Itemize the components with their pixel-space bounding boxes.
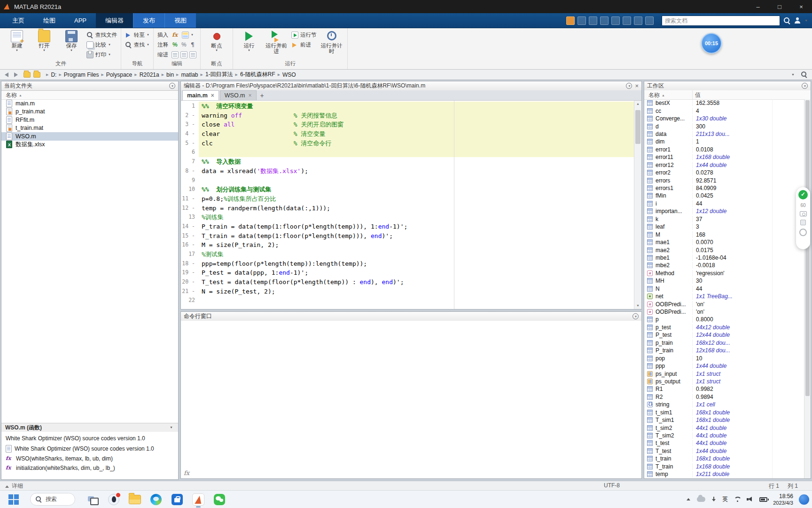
back-icon[interactable] (4, 71, 10, 78)
taskbar-clock[interactable]: 18:56 2023/4/3 (773, 493, 793, 506)
code-line[interactable]: 12 -temp = randperm(length(data(:,1))); (181, 204, 634, 213)
code-line[interactable]: 21 -N = size(P_test, 2); (181, 287, 634, 296)
workspace-variable[interactable]: Converge...1x30 double (644, 115, 804, 122)
workspace-variable[interactable]: dim1 (644, 138, 804, 145)
start-button[interactable] (8, 493, 20, 506)
ribbon-tab-view[interactable]: 视图 (164, 13, 196, 28)
ribbon-tab-apps[interactable]: APP (65, 13, 96, 28)
workspace-variable[interactable]: P_test12x44 double (644, 331, 804, 339)
breadcrumb-segment[interactable]: Polyspace (106, 71, 132, 78)
scroll-down-icon[interactable]: ▼ (634, 302, 641, 309)
file-item[interactable]: t_train.mat (1, 124, 178, 133)
copy-icon[interactable] (600, 16, 609, 25)
workspace-variable[interactable]: R10.9982 (644, 385, 804, 393)
code-line[interactable]: 9 (181, 176, 634, 185)
code-line[interactable]: 20 -T_test = data(temp(floor(p*length(te… (181, 278, 634, 287)
breadcrumb-segment[interactable]: matlab (181, 71, 198, 78)
workspace-variable[interactable]: i44 (644, 200, 804, 207)
taskbar-file-explorer[interactable] (128, 492, 142, 507)
find-files-button[interactable]: 查找文件 (86, 31, 117, 39)
code-line[interactable]: 4 -clear % 清空变量 (181, 129, 634, 139)
workspace-variable[interactable]: temp1x211 double (644, 470, 804, 478)
run-time-button[interactable]: 运行并计时 (319, 29, 344, 54)
workspace-variable[interactable]: cc4 (644, 107, 804, 114)
doc-search-input[interactable] (662, 16, 780, 26)
new-tab-button[interactable]: + (258, 90, 267, 100)
file-details-entry[interactable]: White Shark Optimizer (WSO) source codes… (6, 445, 174, 452)
workspace-variable[interactable]: fMin0.0425 (644, 192, 804, 199)
workspace-variable[interactable]: MH30 (644, 277, 804, 285)
taskbar-search[interactable]: 搜索 (30, 493, 75, 506)
breadcrumb-segment[interactable]: D: (51, 71, 56, 78)
workspace-variable[interactable]: R20.9894 (644, 393, 804, 401)
workspace-variable[interactable]: importan...1x12 double (644, 207, 804, 215)
file-item[interactable]: p_train.mat (1, 108, 178, 116)
taskbar-task-view[interactable] (86, 492, 100, 507)
insert-button[interactable]: 插入▼ (157, 31, 196, 39)
open-button[interactable]: 打开▼ (32, 29, 56, 52)
run-section-button[interactable]: 运行节 (291, 31, 317, 39)
workspace-variable[interactable]: t_sim1168x1 double (644, 409, 804, 416)
code-line[interactable]: 15 -T_train = data(temp(1:floor(p*length… (181, 231, 634, 241)
workspace-variable[interactable]: t_test44x1 double (644, 439, 804, 447)
cut-icon[interactable] (589, 16, 597, 25)
workspace-variable[interactable]: error111x168 double (644, 153, 804, 161)
breadcrumb-segment[interactable]: 6-随机森林RF (240, 71, 275, 79)
breadcrumb-segment[interactable]: 1-回归算法 (205, 71, 233, 79)
hidden-icons-chevron[interactable] (686, 497, 691, 502)
workspace-menu-icon[interactable] (802, 83, 808, 89)
workspace-variable[interactable]: errors92.8571 (644, 176, 804, 184)
file-item[interactable]: WSO.m (1, 132, 178, 141)
workspace-variable[interactable]: error121x44 double (644, 161, 804, 169)
recent-folders-icon[interactable] (791, 73, 796, 77)
volume-icon[interactable] (747, 496, 754, 502)
taskbar-wechat[interactable] (212, 492, 226, 507)
current-folder-column-header[interactable]: 名称 ▲ (1, 91, 178, 100)
expand-details-icon[interactable] (5, 484, 9, 488)
notification-center-icon[interactable] (799, 494, 809, 505)
workspace-variable[interactable]: ps_input1x1 struct (644, 370, 804, 377)
workspace-variable[interactable]: OOBPredi...'on' (644, 308, 804, 316)
code-line[interactable]: 18 -ppp=temp(floor(p*length(temp)):lengt… (181, 259, 634, 269)
fx-hint[interactable]: fx (184, 469, 189, 476)
print-button[interactable]: 打印▼ (86, 50, 117, 59)
ribbon-tab-home[interactable]: 主页 (3, 13, 34, 28)
workspace-variable[interactable]: P_train12x168 dou... (644, 347, 804, 354)
editor-tab-main.m[interactable]: main.m× (182, 90, 219, 100)
workspace-variable[interactable]: p0.8000 (644, 316, 804, 323)
breadcrumb-segment[interactable]: R2021a (140, 71, 159, 78)
workspace-variable[interactable]: mae10.0070 (644, 238, 804, 246)
code-line[interactable]: 5 -clc % 清空命令行 (181, 139, 634, 148)
comment-button[interactable]: 注释 (157, 40, 196, 49)
workspace-variable[interactable]: data211x13 dou... (644, 130, 804, 138)
workspace-variable[interactable]: leaf3 (644, 223, 804, 230)
command-window-body[interactable]: fx (181, 321, 641, 478)
breadcrumb-segment[interactable]: bin (166, 71, 174, 78)
workspace-variable[interactable]: d300 (644, 122, 804, 130)
run-advance-button[interactable]: 运行并前进 (264, 29, 289, 54)
breadcrumb-segment[interactable]: WSO (282, 71, 296, 78)
wifi-icon[interactable] (734, 496, 741, 502)
search-icon[interactable] (783, 17, 790, 24)
tab-close-icon[interactable]: × (211, 92, 214, 99)
help-icon[interactable] (645, 16, 654, 25)
battery-icon[interactable] (759, 497, 767, 502)
file-details-entry[interactable]: initialization(whiteSharks, dim, ub_, lb… (6, 465, 174, 471)
workspace-variable[interactable]: T_train1x168 double (644, 463, 804, 470)
workspace-variable[interactable]: OOBPredi...'on' (644, 300, 804, 308)
close-button[interactable]: × (790, 0, 812, 13)
code-line[interactable]: 17%测试集 (181, 250, 634, 259)
code-line[interactable]: 7%% 导入数据 (181, 157, 634, 167)
taskbar-store[interactable] (170, 492, 184, 507)
workspace-variable[interactable]: p_test44x12 double (644, 324, 804, 331)
minimize-button[interactable]: – (747, 0, 769, 13)
workspace-column-header[interactable]: 名称 ▲ 值 (644, 90, 811, 100)
input-language-indicator[interactable]: 英 (722, 495, 728, 503)
browse-folder-icon[interactable] (23, 72, 31, 78)
workspace-variable[interactable]: M168 (644, 230, 804, 238)
workspace-scrollbar[interactable] (804, 99, 811, 478)
status-left[interactable]: 详细 (5, 482, 23, 490)
workspace-variable[interactable]: t_train168x1 double (644, 455, 804, 462)
code-area[interactable]: 1%% 清空环境变量2 -warning off % 关闭报警信息3 -clos… (181, 102, 634, 305)
command-window-header[interactable]: 命令行窗口 (181, 312, 641, 321)
